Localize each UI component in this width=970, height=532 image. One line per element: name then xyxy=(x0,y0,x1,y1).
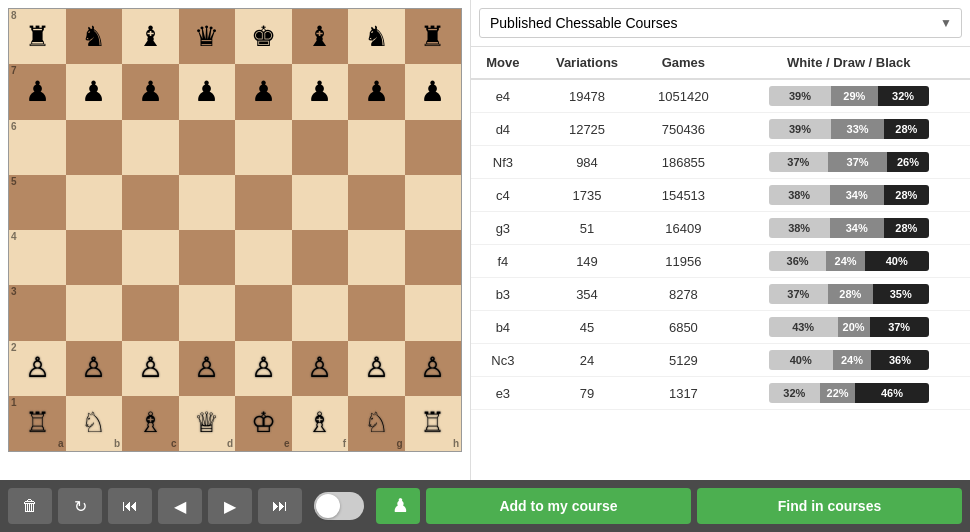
cell-a8[interactable]: 8♜ xyxy=(9,9,66,64)
cell-a7[interactable]: 7♟ xyxy=(9,64,66,119)
cell-e6[interactable] xyxy=(235,120,292,175)
cell-b5[interactable] xyxy=(66,175,123,230)
cell-c7[interactable]: ♟ xyxy=(122,64,179,119)
cell-e5[interactable] xyxy=(235,175,292,230)
black-bar-1: 28% xyxy=(884,119,929,139)
file-label-b: b xyxy=(114,439,120,449)
cell-g6[interactable] xyxy=(348,120,405,175)
cell-f2[interactable]: ♙ xyxy=(292,341,349,396)
cell-h6[interactable] xyxy=(405,120,462,175)
black-bar-7: 37% xyxy=(870,317,929,337)
piece-c1: ♗ xyxy=(138,409,163,437)
table-row[interactable]: f41491195636%24%40% xyxy=(471,245,970,278)
table-row[interactable]: d41272575043639%33%28% xyxy=(471,113,970,146)
cell-h4[interactable] xyxy=(405,230,462,285)
cell-c8[interactable]: ♝ xyxy=(122,9,179,64)
cell-c2[interactable]: ♙ xyxy=(122,341,179,396)
cell-b8[interactable]: ♞ xyxy=(66,9,123,64)
end-button[interactable]: ⏭ xyxy=(258,488,302,524)
cell-h5[interactable] xyxy=(405,175,462,230)
cell-e4[interactable] xyxy=(235,230,292,285)
cell-g5[interactable] xyxy=(348,175,405,230)
cell-a6[interactable]: 6 xyxy=(9,120,66,175)
cell-d7[interactable]: ♟ xyxy=(179,64,236,119)
table-row[interactable]: Nc324512940%24%36% xyxy=(471,344,970,377)
cell-d8[interactable]: ♛ xyxy=(179,9,236,64)
cell-f5[interactable] xyxy=(292,175,349,230)
prev-button[interactable]: ◀ xyxy=(158,488,202,524)
move-cell-1: d4 xyxy=(471,113,535,146)
cell-b1[interactable]: b♘ xyxy=(66,396,123,451)
cell-g4[interactable] xyxy=(348,230,405,285)
cell-d4[interactable] xyxy=(179,230,236,285)
cell-f1[interactable]: f♗ xyxy=(292,396,349,451)
cell-f3[interactable] xyxy=(292,285,349,340)
cell-a5[interactable]: 5 xyxy=(9,175,66,230)
cell-h1[interactable]: h♖ xyxy=(405,396,462,451)
cell-d5[interactable] xyxy=(179,175,236,230)
move-cell-3: c4 xyxy=(471,179,535,212)
puzzle-button[interactable]: ♟ xyxy=(376,488,420,524)
toggle-button[interactable] xyxy=(314,492,364,520)
cell-g7[interactable]: ♟ xyxy=(348,64,405,119)
course-dropdown[interactable]: Published Chessable CoursesMy Courses xyxy=(479,8,962,38)
cell-f4[interactable] xyxy=(292,230,349,285)
next-button[interactable]: ▶ xyxy=(208,488,252,524)
cell-e7[interactable]: ♟ xyxy=(235,64,292,119)
cell-b6[interactable] xyxy=(66,120,123,175)
wdb-bar-9: 32%22%46% xyxy=(769,383,929,403)
table-row[interactable]: Nf398418685537%37%26% xyxy=(471,146,970,179)
cell-e8[interactable]: ♚ xyxy=(235,9,292,64)
cell-a4[interactable]: 4 xyxy=(9,230,66,285)
games-cell-5: 11956 xyxy=(639,245,727,278)
cell-e1[interactable]: e♔ xyxy=(235,396,292,451)
cell-c5[interactable] xyxy=(122,175,179,230)
table-row[interactable]: c4173515451338%34%28% xyxy=(471,179,970,212)
cell-d6[interactable] xyxy=(179,120,236,175)
cell-h2[interactable]: ♙ xyxy=(405,341,462,396)
find-in-courses-button[interactable]: Find in courses xyxy=(697,488,962,524)
cell-b4[interactable] xyxy=(66,230,123,285)
table-row[interactable]: b445685043%20%37% xyxy=(471,311,970,344)
cell-g2[interactable]: ♙ xyxy=(348,341,405,396)
cell-b2[interactable]: ♙ xyxy=(66,341,123,396)
wdb-cell-1: 39%33%28% xyxy=(728,113,970,146)
cell-d3[interactable] xyxy=(179,285,236,340)
cell-h7[interactable]: ♟ xyxy=(405,64,462,119)
games-cell-8: 5129 xyxy=(639,344,727,377)
rank-label-5: 5 xyxy=(11,177,17,187)
table-row[interactable]: b3354827837%28%35% xyxy=(471,278,970,311)
add-to-course-button[interactable]: Add to my course xyxy=(426,488,691,524)
cell-a1[interactable]: 1a♖ xyxy=(9,396,66,451)
cell-c6[interactable] xyxy=(122,120,179,175)
dropdown-wrapper: Published Chessable CoursesMy Courses xyxy=(479,8,962,38)
delete-button[interactable]: 🗑 xyxy=(8,488,52,524)
cell-d1[interactable]: d♕ xyxy=(179,396,236,451)
cell-g3[interactable] xyxy=(348,285,405,340)
table-row[interactable]: g3511640938%34%28% xyxy=(471,212,970,245)
cell-e2[interactable]: ♙ xyxy=(235,341,292,396)
cell-a2[interactable]: 2♙ xyxy=(9,341,66,396)
cell-a3[interactable]: 3 xyxy=(9,285,66,340)
cell-b3[interactable] xyxy=(66,285,123,340)
cell-g1[interactable]: g♘ xyxy=(348,396,405,451)
cell-f7[interactable]: ♟ xyxy=(292,64,349,119)
cell-h3[interactable] xyxy=(405,285,462,340)
table-row[interactable]: e419478105142039%29%32% xyxy=(471,79,970,113)
table-row[interactable]: e379131732%22%46% xyxy=(471,377,970,410)
cell-f6[interactable] xyxy=(292,120,349,175)
cell-c1[interactable]: c♗ xyxy=(122,396,179,451)
right-panel: Published Chessable CoursesMy Courses Mo… xyxy=(470,0,970,480)
start-button[interactable]: ⏮ xyxy=(108,488,152,524)
cell-b7[interactable]: ♟ xyxy=(66,64,123,119)
refresh-button[interactable]: ↻ xyxy=(58,488,102,524)
variations-cell-6: 354 xyxy=(535,278,640,311)
cell-f8[interactable]: ♝ xyxy=(292,9,349,64)
cell-c4[interactable] xyxy=(122,230,179,285)
cell-g8[interactable]: ♞ xyxy=(348,9,405,64)
cell-c3[interactable] xyxy=(122,285,179,340)
cell-h8[interactable]: ♜ xyxy=(405,9,462,64)
cell-d2[interactable]: ♙ xyxy=(179,341,236,396)
cell-e3[interactable] xyxy=(235,285,292,340)
white-bar-9: 32% xyxy=(769,383,820,403)
